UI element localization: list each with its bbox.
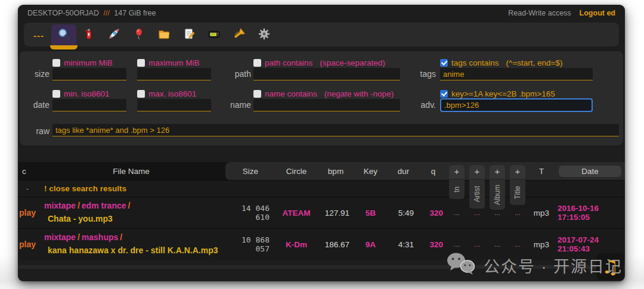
name-checkbox-label[interactable]: name contains — [265, 89, 317, 98]
adv-input[interactable] — [440, 98, 593, 112]
date-min-checkbox-label[interactable]: min. iso8601 — [64, 89, 110, 98]
col-header-size[interactable]: Size — [225, 167, 275, 176]
path-separator: / — [120, 232, 122, 242]
play-button[interactable]: play — [18, 240, 37, 249]
tags-hint: (^=start, end=$) — [506, 58, 563, 67]
tags-input[interactable] — [440, 68, 593, 80]
path-segment[interactable]: mashups — [82, 232, 118, 242]
size-cell: 14 046 610 — [225, 204, 275, 222]
access-status: Read-Write access — [508, 9, 571, 20]
add-column-title-button[interactable]: + — [510, 165, 525, 179]
date-max-checkbox-label[interactable]: max. iso8601 — [148, 89, 196, 98]
path-checkbox-label[interactable]: path contains — [265, 58, 312, 67]
size-max-checkbox[interactable] — [137, 59, 145, 67]
size-min-checkbox[interactable] — [52, 59, 60, 67]
hidden-column-title[interactable]: Title — [510, 180, 525, 205]
memo-icon — [182, 27, 196, 43]
path-separator: / — [78, 232, 80, 242]
name-input[interactable] — [253, 99, 400, 111]
tab-audio[interactable] — [227, 24, 252, 46]
hidden-column-artist[interactable]: Artist — [469, 180, 485, 209]
col-header-q[interactable]: q — [420, 167, 447, 176]
results-table: c File Name Size Circle bpm Key dur q + … — [18, 162, 625, 260]
tab-msg[interactable] — [202, 24, 227, 46]
add-column-artist-button[interactable]: + — [469, 165, 485, 179]
tab-dashes[interactable]: --- — [26, 24, 51, 46]
key-cell: 9A — [354, 240, 387, 249]
table-header: c File Name Size Circle bpm Key dur q + … — [18, 162, 625, 180]
adv-checkbox[interactable] — [440, 90, 448, 98]
file-link[interactable]: Chata - you.mp3 — [44, 214, 113, 223]
circle-cell: K-Dm — [275, 240, 317, 249]
audio-player-toggle[interactable]: ♫ — [596, 253, 624, 280]
col-header-key[interactable]: Key — [354, 167, 387, 176]
toolbar: --- — [24, 23, 619, 46]
raw-input[interactable] — [52, 124, 619, 136]
tab-up2k[interactable] — [101, 24, 126, 46]
music-note-icon: ♫ — [602, 256, 619, 278]
date-max-input[interactable] — [137, 99, 211, 111]
tab-mkdir[interactable] — [151, 24, 177, 46]
size-min-input[interactable] — [52, 68, 126, 80]
date-min-checkbox[interactable] — [52, 90, 60, 98]
host-info: DESKTOP-50ORJAD /// 147 GiB free — [27, 9, 156, 20]
adv-label: adv. — [407, 100, 436, 110]
path-input[interactable] — [253, 68, 400, 80]
q-cell: 320 — [420, 240, 447, 249]
balloon-icon — [132, 27, 145, 43]
col-header-circle[interactable]: Circle — [275, 167, 317, 176]
col-header-dur[interactable]: dur — [387, 167, 420, 176]
search-panel: size minimum MiB maximum MiB path path c… — [20, 51, 623, 145]
tab-new-doc[interactable] — [177, 24, 202, 46]
tab-bup[interactable] — [126, 24, 151, 46]
key-cell: 5B — [354, 209, 387, 217]
play-button[interactable]: play — [18, 208, 37, 217]
hidden-column-tn[interactable]: tn — [449, 180, 465, 199]
date-cell: 2016-10-16 17:15:05 — [555, 204, 625, 222]
date-label: date — [28, 100, 49, 110]
logout-link[interactable]: Logout ed — [580, 9, 615, 20]
path-hint: (space-separated) — [320, 58, 385, 67]
close-row-marker: - — [18, 184, 37, 193]
add-column-tn-button[interactable]: + — [449, 165, 465, 179]
tab-config[interactable] — [252, 24, 277, 46]
title-cell: ... — [507, 240, 528, 248]
adv-checkbox-label[interactable]: key>=1A key<=2B .bpm>165 — [451, 89, 555, 98]
album-cell: ... — [487, 209, 507, 217]
date-min-input[interactable] — [52, 99, 126, 111]
name-checkbox[interactable] — [253, 90, 261, 98]
path-segment[interactable]: mixtape — [44, 201, 76, 210]
col-header-t[interactable]: T — [528, 167, 555, 176]
app-window: DESKTOP-50ORJAD /// 147 GiB free Read-Wr… — [18, 5, 625, 281]
tags-checkbox-label[interactable]: tags contains — [451, 58, 499, 67]
size-max-checkbox-label[interactable]: maximum MiB — [148, 58, 200, 67]
size-cell: 10 868 057 — [225, 235, 275, 253]
col-header-c[interactable]: c — [18, 167, 37, 176]
circle-cell: ATEAM — [275, 209, 317, 217]
close-results-row: - ! close search results — [18, 180, 625, 197]
tags-checkbox[interactable] — [440, 59, 448, 67]
date-max-checkbox[interactable] — [137, 90, 145, 98]
col-header-date[interactable]: Date — [559, 166, 621, 177]
add-column-album-button[interactable]: + — [490, 165, 505, 179]
name-hint: (negate with -nope) — [324, 89, 394, 98]
title-cell: ... — [507, 209, 528, 217]
path-label: path — [222, 69, 251, 79]
path-checkbox[interactable] — [253, 59, 261, 67]
raw-label: raw — [28, 126, 49, 136]
col-header-bpm[interactable]: bpm — [317, 167, 354, 176]
size-min-checkbox-label[interactable]: minimum MiB — [64, 58, 113, 67]
table-row: play mixtape/edm trance/ Chata - you.mp3… — [18, 197, 625, 228]
path-separator: / — [78, 201, 80, 210]
size-max-input[interactable] — [137, 68, 211, 80]
hidden-column-album[interactable]: Album — [490, 180, 505, 210]
path-segment[interactable]: edm trance — [82, 201, 126, 210]
col-header-file-name[interactable]: File Name — [37, 167, 225, 176]
file-link[interactable]: kana hanazawa x dr. dre - still K.A.N.A.… — [44, 246, 218, 255]
tab-search[interactable] — [51, 24, 76, 46]
close-search-results-link[interactable]: ! close search results — [37, 184, 225, 193]
path-segment[interactable]: mixtape — [44, 232, 76, 242]
tab-unpost[interactable] — [76, 24, 101, 46]
hostname: DESKTOP-50ORJAD — [27, 9, 99, 17]
file-path: mixtape/mashups/ — [44, 231, 225, 244]
